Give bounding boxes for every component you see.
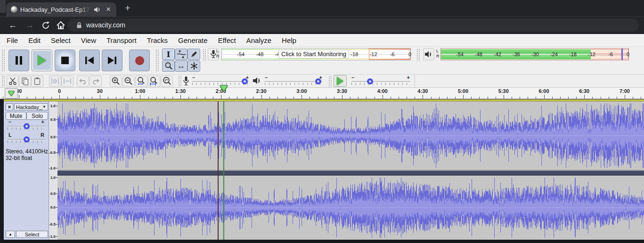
menu-item-generate[interactable]: Generate (178, 36, 208, 44)
record-button[interactable] (129, 50, 150, 71)
playhead-marker[interactable] (220, 91, 228, 100)
menu-item-view[interactable]: View (81, 36, 96, 44)
trim-audio-button[interactable] (49, 75, 61, 87)
reload-icon[interactable] (40, 19, 52, 32)
play-at-speed-button[interactable] (334, 75, 347, 87)
vertical-scale-ruler[interactable]: 1.00.50.0-0.5-1.01.00.50.0-0.5-1.0 (49, 101, 57, 240)
url-bar[interactable]: wavacity.com (67, 19, 639, 32)
magnifier-icon (164, 62, 173, 70)
copy-button[interactable] (19, 75, 31, 87)
monitoring-tooltip[interactable]: Click to Start Monitoring (278, 50, 349, 59)
ruler-time-label: 3:30 (337, 88, 347, 94)
zoom-out-button[interactable] (122, 75, 135, 87)
ruler-minor-tick (293, 97, 294, 99)
play-speed-slider[interactable]: – + (351, 75, 411, 88)
playback-meter-speaker-button[interactable] (423, 48, 434, 60)
ruler-minor-tick (431, 97, 432, 99)
pan-slider[interactable]: L R (8, 132, 45, 145)
play-button[interactable] (32, 50, 52, 71)
ruler-minor-tick (641, 97, 641, 99)
lock-icon[interactable] (76, 22, 82, 29)
ruler-ticks: 300301:001:302:002:303:003:304:004:305:0… (0, 88, 644, 99)
menu-item-file[interactable]: File (7, 36, 18, 44)
selection-tool-button[interactable]: I (162, 49, 175, 60)
timeline-ruler[interactable]: 300301:001:302:002:303:003:304:004:305:0… (0, 88, 644, 99)
edit-cursor-line (218, 101, 219, 240)
fit-project-button[interactable] (148, 75, 160, 87)
menu-item-help[interactable]: Help (282, 36, 296, 44)
toolbar-grip[interactable] (155, 49, 159, 72)
menu-item-analyze[interactable]: Analyze (246, 36, 271, 44)
microphone-icon (210, 50, 217, 59)
pan-right-label: R (41, 132, 44, 138)
waveform-right-channel[interactable] (57, 176, 644, 240)
toolbar-grip[interactable] (203, 49, 206, 61)
track-name-dropdown[interactable]: Hackaday_P ▼ (14, 103, 48, 110)
ruler-major-tick (625, 95, 625, 99)
channel-divider[interactable] (57, 170, 644, 176)
draw-tool-button[interactable] (187, 49, 200, 60)
toolbar-grip[interactable] (1, 75, 5, 87)
slider-groove (192, 81, 249, 82)
pause-button[interactable] (8, 50, 29, 71)
menu-item-effect[interactable]: Effect (218, 36, 236, 44)
menu-item-select[interactable]: Select (51, 36, 71, 44)
tab-close-icon[interactable]: × (104, 4, 113, 15)
gain-thumb[interactable] (24, 123, 30, 129)
track-select-button[interactable]: Select (16, 231, 48, 238)
toolbar-row-2: – + – + – + (0, 75, 644, 88)
meter-scale-label: 0 (408, 51, 411, 57)
skip-to-end-button[interactable] (102, 50, 122, 71)
ruler-minor-tick (310, 97, 310, 99)
ruler-minor-tick (520, 97, 520, 99)
toolbar-separator (415, 75, 415, 88)
track-close-button[interactable]: × (6, 103, 13, 110)
record-volume-thumb[interactable] (242, 78, 248, 84)
undo-button[interactable] (77, 75, 89, 87)
meter-scale-label: -36 (513, 51, 520, 57)
ruler-minor-tick (334, 97, 334, 99)
ruler-time-label: 0 (58, 88, 61, 94)
back-icon[interactable]: ← (7, 19, 19, 32)
ruler-minor-tick (455, 97, 456, 99)
fit-selection-button[interactable] (135, 75, 147, 87)
tab-audio-icon[interactable] (94, 6, 101, 13)
playback-volume-thumb[interactable] (315, 78, 321, 84)
gain-slider[interactable]: – + (8, 119, 45, 132)
multi-tool-button[interactable] (187, 60, 200, 72)
toolbar-grip[interactable] (416, 49, 420, 61)
playback-meter[interactable]: -54-48-42-36-30-24-18-12-60 (440, 48, 629, 60)
ruler-minor-tick (488, 97, 488, 99)
browser-tab[interactable]: Hackaday_Podcast-Ep172 × (6, 2, 116, 17)
timeshift-tool-button[interactable]: ↔ (175, 60, 187, 72)
url-text[interactable]: wavacity.com (86, 21, 125, 29)
playback-volume-slider[interactable]: – + (265, 75, 323, 88)
toolbar-grip[interactable] (1, 49, 5, 72)
zoom-toggle-button[interactable] (161, 75, 173, 87)
track-format-line2: 32-bit float (6, 155, 32, 161)
silence-audio-button[interactable] (61, 75, 73, 87)
menu-item-tracks[interactable]: Tracks (147, 36, 168, 44)
zoom-tool-button[interactable] (162, 60, 175, 72)
paste-button[interactable] (31, 75, 43, 87)
home-icon[interactable] (55, 19, 67, 32)
toolbar-grip[interactable] (178, 75, 181, 87)
new-tab-button[interactable]: + (122, 2, 134, 14)
pan-left-label: L (8, 132, 12, 138)
menu-item-transport[interactable]: Transport (106, 36, 137, 44)
collapse-track-button[interactable]: ▲ (6, 231, 15, 238)
zoom-in-button[interactable] (110, 75, 122, 87)
pin-playhead-button[interactable] (5, 88, 18, 99)
skip-to-start-button[interactable] (79, 50, 100, 71)
waveform-left-channel[interactable] (57, 101, 644, 170)
cut-button[interactable] (7, 75, 19, 87)
record-meter[interactable]: -54-48-42-36-30-24-18-12-60 Click to Sta… (221, 48, 411, 60)
meter-scale-label: -48 (256, 51, 263, 57)
menu-item-edit[interactable]: Edit (28, 36, 41, 44)
envelope-tool-button[interactable] (175, 49, 187, 60)
pan-thumb[interactable] (24, 136, 30, 142)
redo-button[interactable] (90, 75, 102, 87)
toolbar-grip[interactable] (328, 75, 332, 87)
stop-button[interactable] (55, 50, 75, 71)
play-at-speed-icon (337, 77, 343, 85)
